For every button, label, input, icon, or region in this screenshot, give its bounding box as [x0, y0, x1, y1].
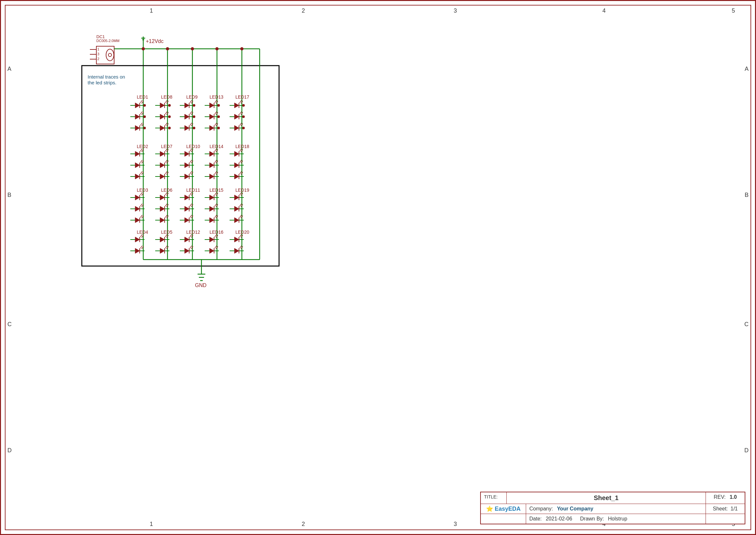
svg-line-93 [140, 192, 142, 195]
svg-marker-372 [234, 237, 239, 242]
svg-marker-312 [210, 248, 214, 253]
svg-marker-270 [210, 151, 214, 156]
led-symbol [130, 192, 145, 200]
rev-cell: REV: 1.0 [706, 492, 745, 504]
svg-line-255 [215, 100, 217, 103]
led-symbol [130, 123, 145, 130]
svg-marker-132 [160, 126, 164, 130]
sheet-value: 1/1 [730, 506, 738, 511]
led-symbol [130, 149, 145, 156]
svg-point-384 [166, 47, 169, 50]
led-symbol [130, 171, 145, 179]
svg-point-7 [106, 49, 114, 61]
svg-point-386 [215, 47, 218, 50]
svg-marker-354 [234, 195, 239, 200]
svg-line-99 [140, 204, 142, 206]
svg-line-285 [215, 171, 217, 174]
svg-text:LED1: LED1 [137, 95, 148, 99]
svg-line-357 [240, 192, 242, 195]
svg-marker-114 [135, 248, 140, 253]
company-value: Your Company [557, 506, 593, 511]
svg-line-303 [215, 215, 217, 217]
svg-text:LED19: LED19 [235, 187, 249, 193]
svg-point-391 [168, 104, 171, 107]
svg-point-8 [108, 53, 112, 57]
svg-point-401 [242, 115, 245, 118]
svg-marker-180 [160, 248, 164, 253]
svg-point-383 [142, 47, 145, 50]
led-symbol [130, 204, 145, 211]
svg-line-249 [190, 246, 192, 248]
svg-text:LED14: LED14 [210, 144, 223, 149]
svg-line-183 [165, 246, 167, 248]
svg-text:LED8: LED8 [161, 95, 172, 99]
led-symbol [180, 234, 194, 242]
led-symbol [130, 215, 145, 223]
svg-marker-138 [160, 151, 164, 156]
svg-marker-102 [135, 217, 140, 223]
svg-text:LED11: LED11 [186, 187, 200, 193]
svg-point-385 [191, 47, 194, 50]
svg-point-397 [217, 104, 220, 107]
svg-text:DC1: DC1 [96, 34, 105, 39]
svg-line-147 [165, 160, 167, 163]
svg-line-63 [140, 112, 142, 114]
svg-marker-258 [210, 114, 214, 119]
svg-text:LED5: LED5 [161, 230, 172, 235]
drawn-label: Drawn By: [580, 516, 604, 521]
svg-line-57 [140, 100, 142, 103]
svg-marker-186 [185, 103, 189, 108]
svg-marker-162 [160, 206, 164, 211]
svg-marker-126 [160, 114, 164, 119]
led-symbol [130, 246, 145, 253]
svg-text:LED6: LED6 [161, 187, 172, 193]
svg-line-123 [165, 100, 167, 103]
svg-marker-156 [160, 195, 164, 200]
svg-line-327 [240, 112, 242, 114]
svg-line-225 [190, 192, 192, 195]
date-cell: Date: 2021-02-06 Drawn By: Holstrup [526, 514, 706, 524]
svg-text:LED2: LED2 [137, 144, 148, 149]
svg-marker-144 [160, 163, 164, 168]
svg-text:LED15: LED15 [210, 187, 223, 193]
svg-text:LED3: LED3 [137, 187, 148, 193]
svg-line-291 [215, 192, 217, 195]
svg-line-309 [215, 234, 217, 237]
svg-marker-300 [210, 217, 214, 223]
date-label: Date: [529, 516, 541, 521]
led-symbol [130, 100, 145, 108]
svg-marker-336 [234, 151, 239, 156]
svg-marker-294 [210, 206, 214, 211]
svg-line-189 [190, 100, 192, 103]
svg-text:1: 1 [97, 47, 99, 51]
svg-marker-210 [185, 163, 189, 168]
svg-line-165 [165, 204, 167, 206]
svg-marker-228 [185, 206, 189, 211]
svg-marker-288 [210, 195, 214, 200]
svg-line-195 [190, 112, 192, 114]
svg-marker-96 [135, 206, 140, 211]
svg-marker-342 [234, 163, 239, 168]
led-symbol [180, 123, 194, 130]
svg-point-389 [143, 115, 146, 118]
svg-line-351 [240, 171, 242, 174]
title-row-main: TITLE: Sheet_1 REV: 1.0 [481, 492, 745, 504]
svg-marker-282 [210, 174, 214, 179]
svg-line-69 [140, 123, 142, 126]
drawn-value: Holstrup [608, 516, 627, 521]
title-label: TITLE: [481, 492, 507, 504]
svg-point-396 [193, 127, 195, 129]
svg-line-237 [190, 215, 192, 217]
svg-point-390 [143, 127, 146, 129]
svg-text:3: 3 [97, 52, 99, 56]
easyeda-logo: ⭐ EasyEDA [486, 505, 521, 512]
svg-line-81 [140, 160, 142, 163]
svg-line-87 [140, 171, 142, 174]
rev-value: 1.0 [730, 494, 737, 500]
svg-line-321 [240, 100, 242, 103]
svg-line-279 [215, 160, 217, 163]
svg-text:LED10: LED10 [186, 144, 200, 149]
svg-point-402 [242, 127, 245, 129]
led-symbol [180, 204, 194, 211]
svg-line-369 [240, 215, 242, 217]
